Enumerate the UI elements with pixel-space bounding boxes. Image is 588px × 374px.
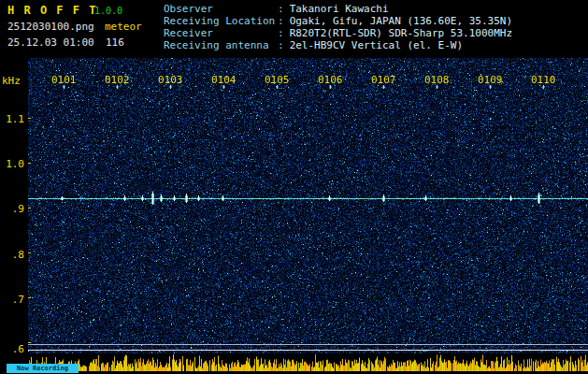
info-colon: :: [278, 27, 284, 39]
info-row-observer: Observer:Takanori Kawachi: [164, 3, 512, 15]
time-label: 0103: [158, 74, 183, 86]
time-label: 0102: [105, 74, 130, 86]
info-value: Ogaki, Gifu, JAPAN (136.60E, 35.35N): [290, 15, 512, 27]
freq-label: 1.1: [2, 113, 24, 125]
mode-label: meteor: [105, 22, 142, 33]
spectrogram-canvas: [28, 58, 588, 353]
time-label: 0105: [265, 74, 290, 86]
info-value: Takanori Kawachi: [290, 3, 389, 15]
sample-count: 116: [106, 37, 124, 49]
freq-label: 1.0: [2, 158, 24, 170]
freq-unit-label: kHz: [2, 75, 21, 87]
time-label: 0110: [531, 74, 556, 86]
signal-level-canvas: [28, 353, 588, 371]
hrofft-screen: H R O F F T 1.0.0 2512030100.png meteor …: [0, 0, 588, 374]
time-label: 0101: [51, 74, 77, 86]
info-row-location: Receiving Location:Ogaki, Gifu, JAPAN (1…: [164, 15, 512, 27]
info-value: 2el-HB9CV Vertical (el. E-W): [290, 39, 463, 51]
app-title: H R O F F T: [7, 4, 97, 17]
info-value: R820T2(RTL-SDR) SDR-Sharp 53.1000MHz: [290, 27, 512, 39]
info-row-antenna: Receiving antenna:2el-HB9CV Vertical (el…: [164, 39, 512, 51]
time-label: 0104: [211, 74, 237, 86]
output-filename: 2512030100.png: [7, 22, 94, 33]
info-row-receiver: Receiver:R820T2(RTL-SDR) SDR-Sharp 53.10…: [164, 27, 512, 39]
app-version: 1.0.0: [94, 6, 122, 16]
info-label: Receiving Location: [164, 15, 278, 27]
capture-datetime: 25.12.03 01:00: [7, 37, 94, 49]
recording-indicator: Now Recording: [7, 364, 79, 373]
time-axis: 0101 0102 0103 0104 0105 0106 0107 0108 …: [28, 74, 588, 85]
freq-label: .6: [2, 343, 24, 355]
time-label: 0108: [424, 74, 450, 86]
freq-label: .9: [2, 203, 24, 215]
freq-label: .8: [2, 249, 24, 261]
band-line-lower: [28, 350, 588, 351]
time-label: 0109: [478, 74, 503, 86]
info-label: Observer: [164, 3, 278, 15]
freq-label: .7: [2, 294, 24, 306]
info-colon: :: [278, 3, 284, 15]
info-label: Receiver: [164, 27, 278, 39]
time-label: 0106: [318, 74, 343, 86]
time-label: 0107: [371, 74, 396, 86]
info-colon: :: [278, 15, 284, 27]
info-colon: :: [278, 39, 284, 51]
band-line-upper: [28, 344, 588, 345]
observation-info: Observer:Takanori Kawachi Receiving Loca…: [164, 3, 512, 51]
info-label: Receiving antenna: [164, 39, 278, 51]
